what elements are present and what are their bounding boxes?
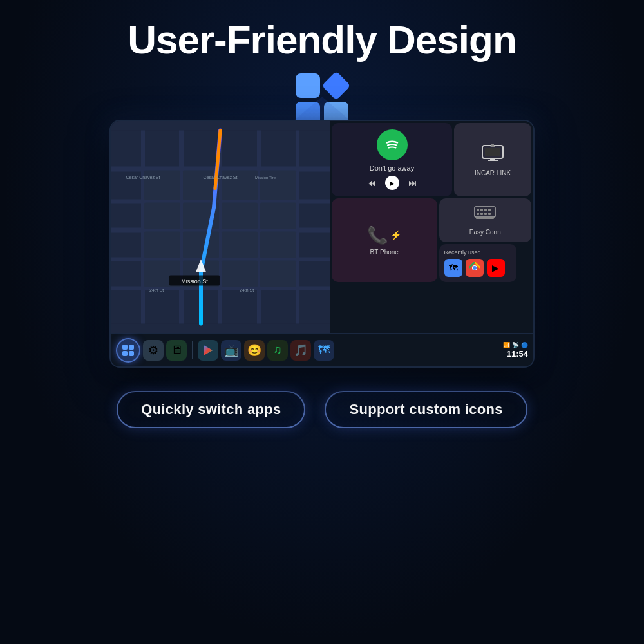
svg-rect-27	[260, 261, 296, 287]
block-tl	[296, 73, 320, 98]
maps-taskbar-button[interactable]: 🗺	[314, 340, 334, 361]
svg-rect-19	[260, 203, 296, 229]
waze-button[interactable]: 😊	[244, 340, 265, 361]
svg-text:Cesar Chavez St: Cesar Chavez St	[126, 175, 160, 180]
svg-rect-45	[480, 209, 483, 211]
taskbar-separator	[192, 341, 193, 359]
right-panel: Don't go away ⏮ ▶ ⏭	[330, 121, 533, 333]
svg-rect-46	[484, 209, 487, 211]
svg-text:Cesar Chavez St: Cesar Chavez St	[204, 175, 238, 180]
spotify-icon	[377, 129, 408, 160]
svg-rect-20	[144, 232, 180, 258]
svg-rect-50	[484, 213, 487, 215]
icon-area	[296, 73, 348, 126]
wifi-icon: 📡	[512, 342, 519, 348]
page-title: User-Friendly Design	[128, 18, 516, 62]
incar-label: INCAR LINK	[475, 169, 511, 176]
map-background: Mission St Cesar Chavez St Cesar Chavez …	[111, 121, 330, 333]
phone-icon: 📞	[367, 225, 388, 245]
recently-used-label: Recently used	[444, 249, 511, 256]
svg-rect-16	[144, 203, 180, 229]
grid-dot-1	[122, 345, 128, 350]
svg-rect-15	[260, 171, 296, 200]
music-button[interactable]: 🎵	[290, 340, 311, 361]
grid-dot-3	[122, 351, 128, 356]
svg-rect-26	[222, 261, 258, 287]
svg-rect-22	[222, 232, 258, 258]
spotify-song-title: Don't go away	[370, 164, 414, 172]
grid-dot-2	[129, 345, 134, 350]
svg-rect-43	[476, 217, 494, 219]
easy-conn-label: Easy Conn	[469, 229, 501, 236]
bt-phone-icon-group: 📞 ⚡	[367, 225, 401, 245]
car-screen: Mission St Cesar Chavez St Cesar Chavez …	[109, 120, 535, 368]
easy-conn-card[interactable]: Easy Conn	[439, 198, 532, 242]
recently-used-icons: 🗺	[444, 259, 511, 277]
apps-grid-icon	[122, 345, 134, 356]
incar-icon	[481, 143, 504, 166]
svg-rect-44	[477, 209, 479, 211]
svg-rect-49	[480, 213, 483, 215]
bluetooth-status-icon: 🔵	[521, 342, 528, 348]
svg-rect-23	[260, 232, 296, 258]
svg-marker-56	[204, 345, 213, 355]
signal-icon: 📶	[503, 342, 510, 348]
svg-text:24th St: 24th St	[240, 288, 254, 292]
svg-rect-38	[485, 148, 500, 156]
svg-text:Mission St: Mission St	[181, 278, 208, 285]
status-icons: 📶 📡 🔵	[503, 342, 528, 348]
bluetooth-icon: ⚡	[390, 230, 401, 240]
app-grid-icon	[296, 73, 348, 126]
panel-middle-row: 📞 ⚡ BT Phone	[332, 198, 531, 282]
time-display: 11:54	[507, 349, 528, 359]
svg-text:24th St: 24th St	[149, 288, 164, 292]
svg-rect-42	[475, 207, 495, 217]
svg-rect-47	[488, 209, 491, 211]
panel-top-row: Don't go away ⏮ ▶ ⏭	[332, 123, 531, 196]
tv-button[interactable]: 📺	[221, 340, 242, 361]
play-button[interactable]: ▶	[385, 176, 399, 190]
taskbar: ⚙ 🖥	[111, 333, 533, 366]
svg-text:Mission Tire: Mission Tire	[255, 176, 276, 180]
screen-container: Mission St Cesar Chavez St Cesar Chavez …	[109, 120, 535, 368]
svg-rect-41	[491, 144, 494, 147]
apps-button[interactable]	[116, 338, 140, 363]
map-area: Mission St Cesar Chavez St Cesar Chavez …	[111, 121, 330, 333]
incar-link-card[interactable]: INCAR LINK	[454, 123, 531, 196]
maps-icon[interactable]: 🗺	[444, 259, 462, 277]
bt-phone-label: BT Phone	[370, 249, 399, 256]
svg-rect-21	[183, 232, 219, 258]
support-icons-badge: Support custom icons	[325, 391, 527, 428]
map-svg: Mission St Cesar Chavez St Cesar Chavez …	[111, 121, 330, 333]
page-content: User-Friendly Design	[0, 0, 644, 644]
chrome-icon[interactable]	[466, 259, 484, 277]
play-store-button[interactable]	[198, 340, 218, 361]
spotify-taskbar-button[interactable]: ♫	[267, 340, 288, 361]
next-icon[interactable]: ⏭	[408, 178, 417, 188]
quickly-switch-badge: Quickly switch apps	[117, 391, 305, 428]
block-tr	[321, 71, 350, 100]
settings-button[interactable]: ⚙	[143, 340, 164, 361]
feature-badges: Quickly switch apps Support custom icons	[117, 391, 527, 428]
status-area: 📶 📡 🔵 11:54	[503, 342, 528, 359]
recently-used-card: Recently used 🗺	[439, 244, 516, 282]
svg-rect-18	[222, 203, 258, 229]
grid-dot-4	[129, 351, 134, 356]
screen-main: Mission St Cesar Chavez St Cesar Chavez …	[111, 121, 533, 333]
svg-point-54	[473, 266, 477, 270]
bt-phone-card[interactable]: 📞 ⚡ BT Phone	[332, 198, 437, 282]
right-sub-column: Easy Conn Recently used 🗺	[439, 198, 532, 282]
easy-conn-icon	[474, 205, 496, 225]
spotify-controls: ⏮ ▶ ⏭	[367, 176, 417, 190]
svg-rect-48	[477, 213, 479, 215]
spotify-card[interactable]: Don't go away ⏮ ▶ ⏭	[332, 123, 452, 196]
screen-button[interactable]: 🖥	[166, 340, 187, 361]
prev-icon[interactable]: ⏮	[367, 178, 376, 188]
youtube-icon[interactable]: ▶	[487, 259, 505, 277]
svg-rect-51	[488, 213, 491, 215]
